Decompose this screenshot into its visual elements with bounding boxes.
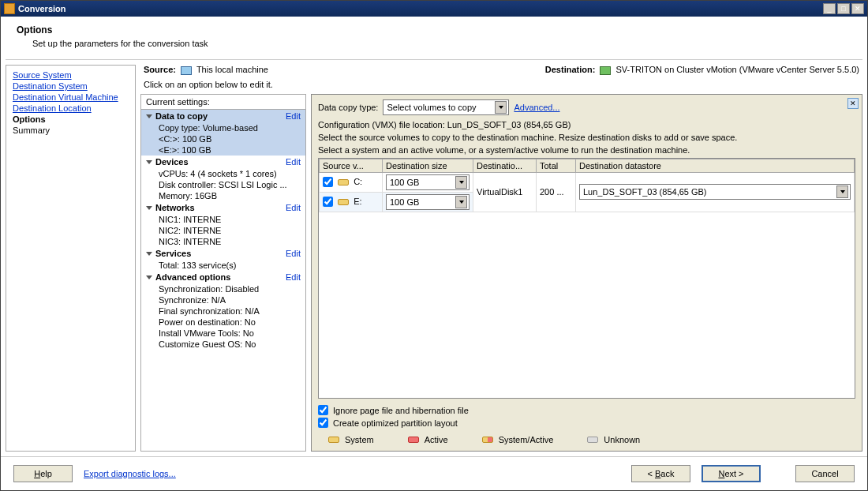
chevron-down-icon — [146, 160, 152, 164]
settings-item[interactable]: Power on destination: No — [141, 317, 305, 328]
ignore-pagefile-checkbox[interactable] — [318, 405, 328, 415]
unknown-disk-icon — [587, 437, 598, 443]
main-area: Source System Destination System Destina… — [1, 60, 867, 456]
optimized-layout-checkbox[interactable] — [318, 418, 328, 428]
settings-group-header[interactable]: Advanced optionsEdit — [141, 271, 305, 283]
settings-group-header[interactable]: NetworksEdit — [141, 201, 305, 214]
settings-item[interactable]: <C:>: 100 GB — [141, 133, 305, 144]
server-icon — [600, 66, 611, 75]
help-text-1: Select the source volumes to copy to the… — [318, 133, 855, 142]
settings-item[interactable]: Final synchronization: N/A — [141, 305, 305, 317]
step-destination-system[interactable]: Destination System — [13, 81, 129, 91]
copy-type-dropdown[interactable]: Select volumes to copy — [383, 99, 509, 115]
content-panel: Source: This local machine Destination: … — [140, 65, 862, 452]
step-destination-vm[interactable]: Destination Virtual Machine — [13, 92, 129, 102]
volume-e-checkbox[interactable] — [323, 197, 333, 207]
edit-link[interactable]: Edit — [286, 203, 301, 212]
settings-item[interactable]: Disk controller: SCSI LSI Logic ... — [141, 179, 305, 190]
settings-header: Current settings: — [141, 95, 305, 110]
edit-link[interactable]: Edit — [286, 157, 301, 167]
settings-item[interactable]: Synchronize: N/A — [141, 294, 305, 305]
settings-item[interactable]: <E:>: 100 GB — [141, 144, 305, 156]
cancel-button[interactable]: Cancel — [795, 465, 855, 482]
edit-link[interactable]: Edit — [286, 249, 301, 258]
settings-item[interactable]: NIC1: INTERNE — [141, 214, 305, 225]
next-button[interactable]: Next > — [702, 465, 761, 482]
col-dest-disk[interactable]: Destinatio... — [473, 159, 537, 172]
copy-type-label: Data copy type: — [318, 103, 378, 112]
step-summary: Summary — [13, 126, 129, 135]
conversion-window: Conversion _ □ ✕ Options Set up the para… — [0, 0, 868, 491]
active-disk-icon — [408, 437, 419, 443]
maximize-button[interactable]: □ — [837, 3, 850, 14]
help-text-2: Select a system and an active volume, or… — [318, 145, 855, 155]
wizard-footer: Help Export diagnostic logs... < Back Ne… — [1, 456, 867, 490]
settings-item[interactable]: Synchronization: Disabled — [141, 283, 305, 294]
settings-tree: Current settings: Data to copyEditCopy t… — [140, 94, 306, 452]
settings-item[interactable]: Total: 133 service(s) — [141, 260, 305, 271]
disk-icon — [338, 179, 349, 186]
advanced-link[interactable]: Advanced... — [514, 103, 559, 112]
table-row[interactable]: C: 100 GB VirtualDisk1 — [320, 172, 855, 192]
legend: System Active System/Active Unknown — [318, 430, 855, 446]
volume-c-checkbox[interactable] — [323, 177, 333, 187]
datastore-dropdown[interactable]: Lun_DS_SOFT_03 (854,65 GB) — [579, 184, 851, 200]
settings-item[interactable]: Memory: 16GB — [141, 190, 305, 201]
step-source-system[interactable]: Source System — [13, 70, 129, 80]
chevron-down-icon — [146, 206, 152, 210]
settings-item[interactable]: Install VMware Tools: No — [141, 328, 305, 339]
details-panel: ✕ Data copy type: Select volumes to copy… — [311, 94, 862, 452]
chevron-down-icon — [836, 186, 848, 198]
settings-item[interactable]: Customize Guest OS: No — [141, 339, 305, 350]
minimize-button[interactable]: _ — [823, 3, 836, 14]
vmx-location: Configuration (VMX) file location: Lun_D… — [318, 120, 855, 129]
instruction-text: Click on an option below to edit it. — [140, 78, 862, 94]
chevron-down-icon — [455, 176, 467, 189]
chevron-down-icon — [146, 275, 152, 279]
dest-disk-cell: VirtualDisk1 — [473, 172, 537, 212]
edit-link[interactable]: Edit — [286, 272, 301, 282]
destination-info: Destination: SV-TRITON on Cluster vMotio… — [545, 65, 859, 75]
chevron-down-icon — [146, 252, 152, 256]
chevron-down-icon — [455, 196, 467, 208]
page-subtitle: Set up the parameters for the conversion… — [32, 39, 851, 48]
settings-item[interactable]: NIC3: INTERNE — [141, 236, 305, 247]
chevron-down-icon — [495, 101, 507, 114]
system-disk-icon — [328, 437, 339, 443]
export-logs-link[interactable]: Export diagnostic logs... — [84, 469, 176, 478]
settings-group-header[interactable]: DevicesEdit — [141, 156, 305, 168]
size-e-dropdown[interactable]: 100 GB — [386, 194, 470, 210]
system-active-disk-icon — [482, 437, 493, 443]
volumes-table: Source v... Destination size Destinatio.… — [318, 158, 855, 399]
help-button[interactable]: Help — [13, 465, 73, 482]
source-info: Source: This local machine — [144, 65, 268, 75]
settings-item[interactable]: Copy type: Volume-based — [141, 122, 305, 133]
close-button[interactable]: ✕ — [851, 3, 864, 14]
col-datastore[interactable]: Destination datastore — [576, 159, 855, 172]
app-icon — [4, 3, 15, 14]
computer-icon — [181, 66, 192, 75]
col-source-volume[interactable]: Source v... — [320, 159, 383, 172]
window-title: Conversion — [18, 4, 823, 13]
settings-item[interactable]: NIC2: INTERNE — [141, 225, 305, 236]
ignore-pagefile-label: Ignore page file and hibernation file — [333, 406, 469, 415]
wizard-header: Options Set up the parameters for the co… — [1, 17, 867, 59]
settings-item[interactable]: vCPUs: 4 (4 sockets * 1 cores) — [141, 168, 305, 179]
col-dest-size[interactable]: Destination size — [383, 159, 473, 172]
optimized-layout-label: Create optimized partition layout — [333, 418, 458, 428]
wizard-steps-sidebar: Source System Destination System Destina… — [6, 65, 136, 452]
step-options: Options — [13, 114, 129, 124]
total-cell: 200 ... — [537, 172, 576, 212]
chevron-down-icon — [146, 114, 152, 118]
page-title: Options — [17, 24, 851, 36]
disk-icon — [338, 199, 349, 205]
panel-close-icon[interactable]: ✕ — [847, 98, 859, 109]
size-c-dropdown[interactable]: 100 GB — [386, 174, 470, 190]
settings-group-header[interactable]: ServicesEdit — [141, 247, 305, 260]
settings-group-header[interactable]: Data to copyEdit — [141, 110, 305, 122]
step-destination-location[interactable]: Destination Location — [13, 103, 129, 113]
titlebar[interactable]: Conversion _ □ ✕ — [1, 1, 867, 17]
col-total[interactable]: Total — [537, 159, 576, 172]
edit-link[interactable]: Edit — [286, 111, 301, 121]
back-button[interactable]: < Back — [631, 465, 690, 482]
